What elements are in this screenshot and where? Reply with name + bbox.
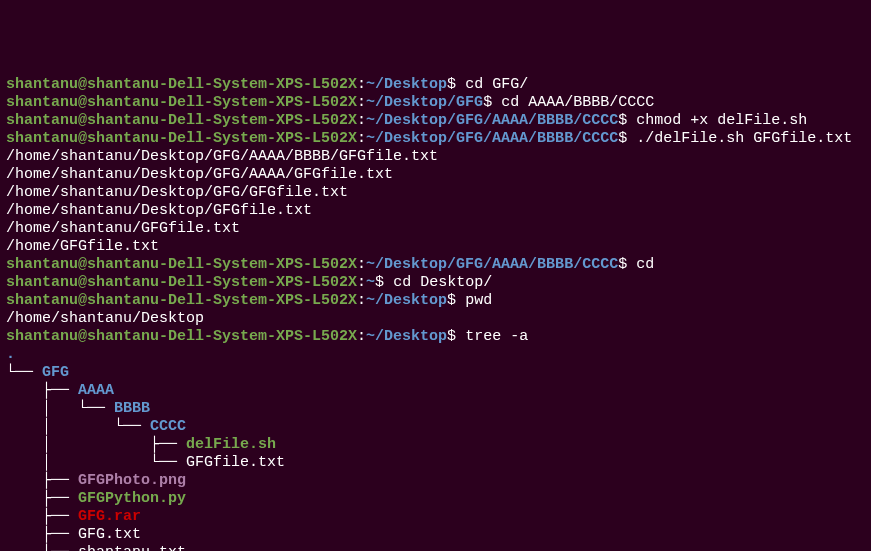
prompt-dollar: $ [375, 274, 384, 291]
prompt-path: ~/Desktop/GFG/AAAA/BBBB/CCCC [366, 130, 618, 147]
tree-entry: CCCC [150, 418, 186, 435]
terminal-line: shantanu@shantanu-Dell-System-XPS-L502X:… [6, 94, 865, 112]
prompt-colon: : [357, 112, 366, 129]
prompt-user: shantanu [6, 76, 78, 93]
tree-entry: GFGfile.txt [186, 454, 285, 471]
terminal-line: shantanu@shantanu-Dell-System-XPS-L502X:… [6, 292, 865, 310]
prompt-host: shantanu-Dell-System-XPS-L502X [87, 76, 357, 93]
prompt-colon: : [357, 94, 366, 111]
tree-line: ├── GFG.txt [6, 526, 865, 544]
tree-branch: │ ├── [6, 436, 186, 453]
prompt-at: @ [78, 112, 87, 129]
command-text: cd AAAA/BBBB/CCCC [501, 94, 654, 111]
prompt-at: @ [78, 76, 87, 93]
tree-line: ├── GFGPhoto.png [6, 472, 865, 490]
prompt-path: ~/Desktop/GFG/AAAA/BBBB/CCCC [366, 112, 618, 129]
prompt-user: shantanu [6, 292, 78, 309]
prompt-host: shantanu-Dell-System-XPS-L502X [87, 328, 357, 345]
prompt-host: shantanu-Dell-System-XPS-L502X [87, 274, 357, 291]
command-text: cd [636, 256, 654, 273]
tree-line: │ └── GFGfile.txt [6, 454, 865, 472]
terminal-line: shantanu@shantanu-Dell-System-XPS-L502X:… [6, 274, 865, 292]
tree-line: ├── GFG.rar [6, 508, 865, 526]
tree-branch: ├── [6, 526, 78, 543]
output-line: /home/shantanu/Desktop/GFG/GFGfile.txt [6, 184, 865, 202]
tree-branch: │ └── [6, 418, 150, 435]
tree-branch: └── [6, 364, 42, 381]
tree-branch: ├── [6, 382, 78, 399]
terminal-line: shantanu@shantanu-Dell-System-XPS-L502X:… [6, 76, 865, 94]
tree-line: ├── AAAA [6, 382, 865, 400]
terminal-line: shantanu@shantanu-Dell-System-XPS-L502X:… [6, 130, 865, 148]
tree-line: └── GFG [6, 364, 865, 382]
prompt-at: @ [78, 274, 87, 291]
terminal-line: shantanu@shantanu-Dell-System-XPS-L502X:… [6, 256, 865, 274]
terminal-line: shantanu@shantanu-Dell-System-XPS-L502X:… [6, 328, 865, 346]
tree-branch: └── [6, 544, 78, 551]
prompt-user: shantanu [6, 112, 78, 129]
output-line: /home/shantanu/Desktop/GFGfile.txt [6, 202, 865, 220]
tree-branch: ├── [6, 472, 78, 489]
prompt-dollar: $ [618, 256, 627, 273]
prompt-user: shantanu [6, 328, 78, 345]
prompt-colon: : [357, 76, 366, 93]
terminal-line: shantanu@shantanu-Dell-System-XPS-L502X:… [6, 112, 865, 130]
tree-branch: ├── [6, 508, 78, 525]
prompt-user: shantanu [6, 94, 78, 111]
tree-entry: shantanu.txt [78, 544, 186, 551]
prompt-path: ~ [366, 274, 375, 291]
prompt-path: ~/Desktop/GFG/AAAA/BBBB/CCCC [366, 256, 618, 273]
tree-entry: GFGPhoto.png [78, 472, 186, 489]
prompt-user: shantanu [6, 274, 78, 291]
command-text: chmod +x delFile.sh [636, 112, 807, 129]
tree-entry: GFG.txt [78, 526, 141, 543]
command-text: cd Desktop/ [393, 274, 492, 291]
prompt-colon: : [357, 328, 366, 345]
tree-line: │ ├── delFile.sh [6, 436, 865, 454]
prompt-user: shantanu [6, 256, 78, 273]
output-line: /home/shantanu/Desktop/GFG/AAAA/BBBB/GFG… [6, 148, 865, 166]
tree-line: │ └── BBBB [6, 400, 865, 418]
tree-root-dot: . [6, 346, 865, 364]
prompt-host: shantanu-Dell-System-XPS-L502X [87, 130, 357, 147]
tree-line: │ └── CCCC [6, 418, 865, 436]
prompt-at: @ [78, 292, 87, 309]
terminal-output[interactable]: shantanu@shantanu-Dell-System-XPS-L502X:… [6, 76, 865, 551]
prompt-colon: : [357, 130, 366, 147]
command-text: tree -a [465, 328, 528, 345]
tree-entry: GFG [42, 364, 69, 381]
tree-line: └── shantanu.txt [6, 544, 865, 551]
prompt-dollar: $ [618, 112, 627, 129]
prompt-dollar: $ [618, 130, 627, 147]
prompt-host: shantanu-Dell-System-XPS-L502X [87, 112, 357, 129]
prompt-path: ~/Desktop [366, 292, 447, 309]
output-line: /home/shantanu/Desktop/GFG/AAAA/GFGfile.… [6, 166, 865, 184]
prompt-at: @ [78, 130, 87, 147]
prompt-host: shantanu-Dell-System-XPS-L502X [87, 94, 357, 111]
prompt-host: shantanu-Dell-System-XPS-L502X [87, 256, 357, 273]
command-text: ./delFile.sh GFGfile.txt [636, 130, 852, 147]
output-line: /home/shantanu/Desktop [6, 310, 865, 328]
prompt-path: ~/Desktop/GFG [366, 94, 483, 111]
prompt-host: shantanu-Dell-System-XPS-L502X [87, 292, 357, 309]
tree-branch: ├── [6, 490, 78, 507]
prompt-colon: : [357, 256, 366, 273]
tree-entry: GFG.rar [78, 508, 141, 525]
prompt-colon: : [357, 292, 366, 309]
tree-entry: AAAA [78, 382, 114, 399]
prompt-dollar: $ [483, 94, 492, 111]
tree-branch: │ └── [6, 454, 186, 471]
prompt-dollar: $ [447, 292, 456, 309]
command-text: pwd [465, 292, 492, 309]
tree-entry: GFGPython.py [78, 490, 186, 507]
tree-line: ├── GFGPython.py [6, 490, 865, 508]
prompt-dollar: $ [447, 76, 456, 93]
prompt-path: ~/Desktop [366, 328, 447, 345]
prompt-at: @ [78, 94, 87, 111]
prompt-colon: : [357, 274, 366, 291]
output-line: /home/shantanu/GFGfile.txt [6, 220, 865, 238]
output-line: /home/GFGfile.txt [6, 238, 865, 256]
command-text: cd GFG/ [465, 76, 528, 93]
tree-entry: BBBB [114, 400, 150, 417]
prompt-at: @ [78, 256, 87, 273]
